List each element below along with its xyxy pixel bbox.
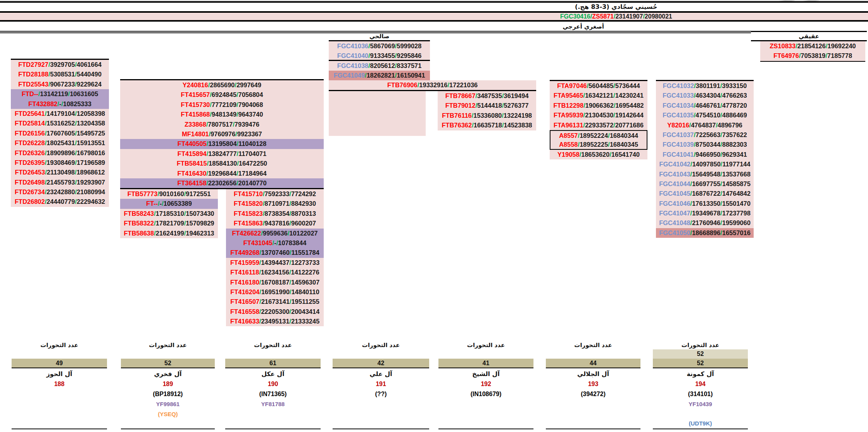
- snp-cell[interactable]: FGC41045/16876722/14764842: [656, 189, 754, 198]
- snp-cell[interactable]: FGC41049/18262821/16150941: [329, 71, 430, 80]
- snp-cell[interactable]: FT440505/13195804/11040128: [120, 139, 324, 149]
- snp-cell[interactable]: FGC41044/16697755/14585875: [656, 179, 754, 189]
- snp-cell[interactable]: FTA95939/21304530/19142644: [550, 110, 647, 120]
- snp-cell[interactable]: FTD26498/21455793/19293907: [11, 178, 109, 187]
- snp-cell[interactable]: FT415823/8738354/8870313: [226, 209, 324, 219]
- snp-cell[interactable]: FGC41032/3801191/3933150: [656, 81, 754, 91]
- snp-cell[interactable]: FGC41039/8750344/8882303: [656, 140, 754, 149]
- clan-name[interactable]: آل عكل: [225, 370, 321, 378]
- snp-cell[interactable]: FGC41036/5867069/5999028: [329, 41, 430, 51]
- snp-cell[interactable]: FTB58243/17185310/15073430: [120, 209, 218, 219]
- mutation-count-cell[interactable]: 49: [12, 359, 107, 368]
- snp-cell[interactable]: FT449268/13707460/11551784: [226, 248, 324, 258]
- snp-cell[interactable]: FTA97046/5604485/5736444: [550, 81, 647, 91]
- snp-cell[interactable]: FTD25543/9067233/9229624: [11, 80, 109, 89]
- mutation-count-extra-cell[interactable]: 52: [653, 349, 748, 359]
- clan-name[interactable]: آل الشيخ: [438, 370, 533, 378]
- snp-cell[interactable]: FTB58638/21624199/19462313: [120, 229, 218, 238]
- snp-cell[interactable]: FTD26228/18025431/15913551: [11, 138, 109, 148]
- clan-name[interactable]: آل كمونة: [653, 370, 748, 378]
- snp-cell[interactable]: FTD25814/15316252/13204358: [11, 119, 109, 128]
- snp-cell[interactable]: FT416180/16708187/14596307: [226, 278, 324, 287]
- snp-cell[interactable]: FTB78667/3487535/3619494: [438, 91, 536, 101]
- mutation-count-cell[interactable]: 41: [438, 359, 533, 368]
- clan-name[interactable]: آل الحوز: [12, 370, 107, 378]
- clan-name[interactable]: آل فخري: [121, 370, 215, 378]
- mutation-count-cell[interactable]: 61: [225, 359, 321, 368]
- snp-cell[interactable]: FT415730/7772109/7904068: [120, 100, 324, 110]
- snp-cell[interactable]: FT426622/9959636/10122027: [226, 229, 324, 238]
- snp-cell[interactable]: FTB58322/17821709/15709829: [120, 219, 218, 228]
- snp-cell[interactable]: Z33868/7807517/7939476: [120, 120, 324, 129]
- snp-cell[interactable]: FGC41037/7225663/7357622: [656, 130, 754, 140]
- snp-cell[interactable]: FGC41035/4754510/4886469: [656, 110, 754, 120]
- branch-subtitle[interactable]: أصغري أعرجي: [487, 22, 680, 31]
- branch-header-aqiqi[interactable]: عقيقي: [751, 31, 867, 41]
- snp-cell[interactable]: FT416204/16951990/14840110: [226, 287, 324, 297]
- snp-cell[interactable]: FTD26395/19308469/17196589: [11, 158, 109, 168]
- snp-cell[interactable]: FTD26734/23242880/21080994: [11, 187, 109, 197]
- mutation-count-cell[interactable]: 42: [333, 359, 429, 368]
- snp-cell[interactable]: FT415820/8710971/8842930: [226, 199, 324, 208]
- clan-name[interactable]: آل الجلالي: [546, 370, 640, 378]
- snp-cell[interactable]: FT415868/9481349/9643740: [120, 110, 324, 119]
- snp-cell[interactable]: FTB76116/15336080/13224198: [438, 111, 536, 120]
- snp-cell[interactable]: FT432882/-/10825333: [11, 99, 109, 109]
- mutation-count-cell[interactable]: 52: [653, 359, 748, 368]
- snp-cell[interactable]: FGC41042/14097850/11977144: [656, 159, 754, 169]
- snp-cell[interactable]: FT415959/14394437/12273733: [226, 258, 324, 268]
- snp-cell[interactable]: FGC41041/9466950/9629341: [656, 150, 754, 159]
- snp-cell[interactable]: FT415894/13824777/11704071: [120, 149, 324, 159]
- snp-cell[interactable]: A8557/18952224/16840344: [550, 130, 647, 140]
- snp-cell[interactable]: FTA96131/22933572/20771686: [550, 120, 647, 130]
- snp-cell[interactable]: FTA95465/16342121/14230241: [550, 91, 647, 100]
- snp-cell[interactable]: FT416558/22205300/20043414: [226, 307, 324, 317]
- clan-name[interactable]: آل علي: [333, 370, 429, 378]
- snp-cell[interactable]: FTD27927/3929705/4061664: [11, 60, 109, 69]
- snp-cell[interactable]: A8558/18952225/16840345: [550, 140, 647, 149]
- snp-cell[interactable]: FTD25641/14179104/12058398: [11, 109, 109, 119]
- snp-cell[interactable]: FT416507/21673141/19511255: [226, 297, 324, 307]
- snp-cell[interactable]: FT431045/-/10783844: [226, 238, 324, 248]
- snp-cell[interactable]: FT--/-/10653389: [120, 199, 218, 208]
- mutation-count-cell[interactable]: 52: [121, 359, 215, 368]
- snp-cell[interactable]: FGC41034/4646761/4778720: [656, 101, 754, 110]
- root-mutation-cell[interactable]: FGC30416/ZS5871/23141907/20980021: [491, 13, 742, 20]
- snp-cell[interactable]: FT415657/6924845/7056804: [120, 90, 324, 100]
- snp-cell[interactable]: FTB12298/19066362/16954482: [550, 101, 647, 110]
- snp-cell[interactable]: FTB79012/5144418/5276377: [438, 101, 536, 110]
- branch-header-salihi[interactable]: صالحي: [329, 32, 430, 40]
- snp-cell[interactable]: FTD28188/5308531/5440490: [11, 69, 109, 79]
- snp-cell-ftb76906[interactable]: FTB76906/19332916/17221036: [329, 80, 536, 91]
- snp-cell[interactable]: FT364158/22302656/20140770: [120, 178, 324, 188]
- snp-cell[interactable]: FGC41050/18668896/16557016: [656, 228, 754, 238]
- snp-cell[interactable]: FTB76362/16635718/14523838: [438, 120, 536, 130]
- snp-cell[interactable]: FT416633/23495131/21333245: [226, 317, 324, 326]
- snp-cell[interactable]: Y240816/2865690/2997649: [120, 80, 324, 90]
- snp-cell[interactable]: Y82016/4764837/4896796: [656, 120, 754, 130]
- snp-cell[interactable]: FT416430/19296844/17184964: [120, 169, 324, 178]
- snp-cell[interactable]: FGC41043/15649548/13537668: [656, 169, 754, 179]
- snp-cell[interactable]: FTD26802/24440779/22294632: [11, 197, 109, 207]
- snp-cell[interactable]: FT415710/7592333/7724292: [226, 189, 324, 199]
- mutation-count-cell[interactable]: 44: [546, 359, 640, 368]
- snp-cell[interactable]: FGC41048/21760946/19599060: [656, 218, 754, 228]
- snp-cell[interactable]: FT416118/16234156/14122276: [226, 268, 324, 277]
- root-title[interactable]: حُسيني سجّادي (3-83 هج.): [491, 3, 742, 11]
- snp-cell[interactable]: FGC41038/8205612/8337571: [329, 61, 430, 71]
- snp-cell[interactable]: Y19058/18653620/16541740: [550, 150, 647, 159]
- snp-cell[interactable]: FTD26453/21130498/18968612: [11, 168, 109, 177]
- snp-cell[interactable]: FTD--/13142119/10631605: [11, 89, 109, 99]
- snp-cell[interactable]: FTD26326/18909896/16798016: [11, 148, 109, 158]
- snp-cell[interactable]: FTB57773/9010160/9172551: [120, 189, 218, 199]
- snp-cell[interactable]: ZS10833/21854126/19692240: [760, 41, 865, 51]
- snp-cell[interactable]: FGC41046/17613350/15501470: [656, 199, 754, 208]
- snp-cell[interactable]: FTB58415/18584130/16472250: [120, 159, 324, 168]
- snp-cell[interactable]: MF14801/9760976/9923367: [120, 129, 324, 139]
- snp-cell[interactable]: FGC41033/4634304/4766263: [656, 91, 754, 100]
- snp-cell[interactable]: FGC41047/19349678/17237798: [656, 208, 754, 218]
- snp-cell[interactable]: FGC41040/9133455/9295846: [329, 51, 430, 61]
- snp-cell[interactable]: FT415863/9437816/9600207: [226, 219, 324, 228]
- snp-cell[interactable]: FTD26156/17607605/15495725: [11, 129, 109, 138]
- snp-cell[interactable]: FT64976/7053819/7185778: [760, 51, 865, 61]
